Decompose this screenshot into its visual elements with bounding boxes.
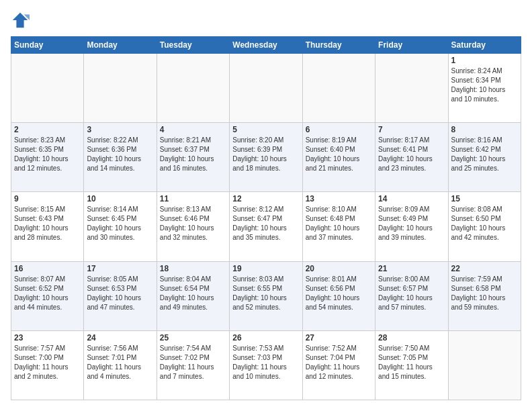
day-info: Sunrise: 8:01 AM Sunset: 6:56 PM Dayligh… (306, 275, 372, 312)
logo (11, 11, 32, 30)
calendar-cell: 25Sunrise: 7:54 AM Sunset: 7:02 PM Dayli… (157, 330, 229, 400)
week-row-4: 16Sunrise: 8:07 AM Sunset: 6:52 PM Dayli… (11, 261, 521, 330)
day-number: 22 (451, 264, 518, 273)
day-info: Sunrise: 8:00 AM Sunset: 6:57 PM Dayligh… (378, 275, 445, 312)
day-info: Sunrise: 8:14 AM Sunset: 6:45 PM Dayligh… (87, 205, 153, 242)
day-number: 13 (306, 194, 372, 203)
day-header-monday: Monday (84, 37, 157, 54)
day-info: Sunrise: 8:13 AM Sunset: 6:46 PM Dayligh… (160, 205, 226, 242)
logo-icon (11, 11, 30, 30)
calendar-cell: 10Sunrise: 8:14 AM Sunset: 6:45 PM Dayli… (84, 192, 157, 261)
calendar-cell: 24Sunrise: 7:56 AM Sunset: 7:01 PM Dayli… (84, 330, 157, 400)
calendar-cell: 11Sunrise: 8:13 AM Sunset: 6:46 PM Dayli… (157, 192, 229, 261)
day-info: Sunrise: 8:04 AM Sunset: 6:54 PM Dayligh… (160, 275, 226, 312)
day-number: 23 (14, 333, 81, 342)
calendar-cell (84, 54, 157, 123)
day-info: Sunrise: 7:56 AM Sunset: 7:01 PM Dayligh… (87, 344, 153, 381)
week-row-2: 2Sunrise: 8:23 AM Sunset: 6:35 PM Daylig… (11, 123, 521, 192)
calendar-cell (157, 54, 229, 123)
day-number: 8 (451, 125, 518, 134)
day-info: Sunrise: 8:17 AM Sunset: 6:41 PM Dayligh… (378, 136, 445, 173)
day-header-saturday: Saturday (448, 37, 521, 54)
day-info: Sunrise: 8:20 AM Sunset: 6:39 PM Dayligh… (232, 136, 299, 173)
calendar-cell: 19Sunrise: 8:03 AM Sunset: 6:55 PM Dayli… (230, 261, 302, 330)
day-number: 14 (378, 194, 445, 203)
day-info: Sunrise: 7:54 AM Sunset: 7:02 PM Dayligh… (160, 344, 226, 381)
day-info: Sunrise: 8:05 AM Sunset: 6:53 PM Dayligh… (87, 275, 153, 312)
week-row-5: 23Sunrise: 7:57 AM Sunset: 7:00 PM Dayli… (11, 330, 521, 400)
calendar-cell: 3Sunrise: 8:22 AM Sunset: 6:36 PM Daylig… (84, 123, 157, 192)
calendar-cell (230, 54, 302, 123)
calendar-cell: 22Sunrise: 7:59 AM Sunset: 6:58 PM Dayli… (448, 261, 521, 330)
day-header-thursday: Thursday (302, 37, 375, 54)
day-number: 12 (232, 194, 299, 203)
calendar-cell: 4Sunrise: 8:21 AM Sunset: 6:37 PM Daylig… (157, 123, 229, 192)
day-number: 4 (160, 125, 226, 134)
day-info: Sunrise: 8:09 AM Sunset: 6:49 PM Dayligh… (378, 205, 445, 242)
day-number: 15 (451, 194, 518, 203)
calendar-cell: 14Sunrise: 8:09 AM Sunset: 6:49 PM Dayli… (375, 192, 448, 261)
day-number: 26 (232, 333, 299, 342)
day-info: Sunrise: 8:24 AM Sunset: 6:34 PM Dayligh… (451, 66, 518, 104)
day-number: 16 (14, 264, 81, 273)
calendar-cell: 15Sunrise: 8:08 AM Sunset: 6:50 PM Dayli… (448, 192, 521, 261)
calendar-cell: 20Sunrise: 8:01 AM Sunset: 6:56 PM Dayli… (302, 261, 375, 330)
calendar-cell: 6Sunrise: 8:19 AM Sunset: 6:40 PM Daylig… (302, 123, 375, 192)
day-number: 20 (306, 264, 372, 273)
calendar-cell: 28Sunrise: 7:50 AM Sunset: 7:05 PM Dayli… (375, 330, 448, 400)
day-info: Sunrise: 7:59 AM Sunset: 6:58 PM Dayligh… (451, 275, 518, 312)
day-number: 19 (232, 264, 299, 273)
day-number: 27 (306, 333, 372, 342)
day-info: Sunrise: 8:15 AM Sunset: 6:43 PM Dayligh… (14, 205, 81, 242)
calendar-cell: 2Sunrise: 8:23 AM Sunset: 6:35 PM Daylig… (11, 123, 84, 192)
day-info: Sunrise: 7:50 AM Sunset: 7:05 PM Dayligh… (378, 344, 445, 381)
calendar-cell: 5Sunrise: 8:20 AM Sunset: 6:39 PM Daylig… (230, 123, 302, 192)
calendar-cell (448, 330, 521, 400)
day-number: 18 (160, 264, 226, 273)
day-info: Sunrise: 7:52 AM Sunset: 7:04 PM Dayligh… (306, 344, 372, 381)
day-info: Sunrise: 8:10 AM Sunset: 6:48 PM Dayligh… (306, 205, 372, 242)
calendar-cell (11, 54, 84, 123)
header (11, 11, 521, 30)
day-header-sunday: Sunday (11, 37, 84, 54)
calendar-cell: 1Sunrise: 8:24 AM Sunset: 6:34 PM Daylig… (448, 54, 521, 123)
day-header-friday: Friday (375, 37, 448, 54)
day-number: 3 (87, 125, 153, 134)
calendar-cell: 23Sunrise: 7:57 AM Sunset: 7:00 PM Dayli… (11, 330, 84, 400)
day-number: 1 (451, 56, 518, 65)
day-info: Sunrise: 8:16 AM Sunset: 6:42 PM Dayligh… (451, 136, 518, 173)
day-number: 6 (306, 125, 372, 134)
day-info: Sunrise: 7:57 AM Sunset: 7:00 PM Dayligh… (14, 344, 81, 381)
calendar-cell: 8Sunrise: 8:16 AM Sunset: 6:42 PM Daylig… (448, 123, 521, 192)
calendar-cell (302, 54, 375, 123)
day-info: Sunrise: 8:07 AM Sunset: 6:52 PM Dayligh… (14, 275, 81, 312)
day-number: 25 (160, 333, 226, 342)
calendar-cell: 27Sunrise: 7:52 AM Sunset: 7:04 PM Dayli… (302, 330, 375, 400)
calendar-cell: 13Sunrise: 8:10 AM Sunset: 6:48 PM Dayli… (302, 192, 375, 261)
day-number: 21 (378, 264, 445, 273)
day-number: 9 (14, 194, 81, 203)
calendar-cell: 21Sunrise: 8:00 AM Sunset: 6:57 PM Dayli… (375, 261, 448, 330)
week-row-1: 1Sunrise: 8:24 AM Sunset: 6:34 PM Daylig… (11, 54, 521, 123)
calendar-table: SundayMondayTuesdayWednesdayThursdayFrid… (11, 36, 521, 400)
day-number: 7 (378, 125, 445, 134)
day-number: 17 (87, 264, 153, 273)
day-info: Sunrise: 8:03 AM Sunset: 6:55 PM Dayligh… (232, 275, 299, 312)
day-number: 2 (14, 125, 81, 134)
day-number: 28 (378, 333, 445, 342)
day-info: Sunrise: 8:08 AM Sunset: 6:50 PM Dayligh… (451, 205, 518, 242)
header-row: SundayMondayTuesdayWednesdayThursdayFrid… (11, 37, 521, 54)
calendar-cell: 12Sunrise: 8:12 AM Sunset: 6:47 PM Dayli… (230, 192, 302, 261)
day-info: Sunrise: 8:19 AM Sunset: 6:40 PM Dayligh… (306, 136, 372, 173)
day-number: 5 (232, 125, 299, 134)
day-header-wednesday: Wednesday (230, 37, 302, 54)
calendar-page: SundayMondayTuesdayWednesdayThursdayFrid… (0, 0, 532, 411)
day-number: 24 (87, 333, 153, 342)
day-info: Sunrise: 8:21 AM Sunset: 6:37 PM Dayligh… (160, 136, 226, 173)
day-info: Sunrise: 7:53 AM Sunset: 7:03 PM Dayligh… (232, 344, 299, 381)
calendar-cell: 7Sunrise: 8:17 AM Sunset: 6:41 PM Daylig… (375, 123, 448, 192)
week-row-3: 9Sunrise: 8:15 AM Sunset: 6:43 PM Daylig… (11, 192, 521, 261)
day-number: 11 (160, 194, 226, 203)
calendar-cell: 16Sunrise: 8:07 AM Sunset: 6:52 PM Dayli… (11, 261, 84, 330)
day-info: Sunrise: 8:12 AM Sunset: 6:47 PM Dayligh… (232, 205, 299, 242)
